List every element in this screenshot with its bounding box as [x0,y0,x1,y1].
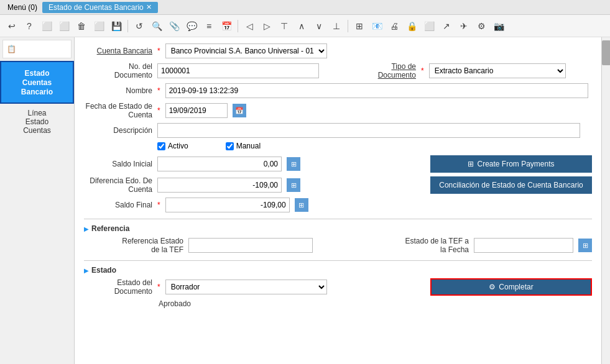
cuenta-bancaria-select[interactable]: Banco Provincial S.A. Banco Universal - … [165,43,327,58]
create-from-payments-btn[interactable]: ⊞ Create From Payments [430,155,592,173]
estado-tef-label: Estado de la TEF ala Fecha [394,237,469,254]
saldo-final-calc-btn[interactable]: ⊞ [295,198,308,212]
nombre-row: Nombre * [84,83,592,98]
fecha-required: * [157,106,160,115]
nombre-input[interactable] [165,83,588,98]
copy-btn[interactable]: ⬜ [56,18,72,34]
diferencia-row: Diferencia Edo. DeCuenta ⊞ Conciliación … [84,176,592,194]
scrollbar-thumb[interactable] [602,40,610,65]
email-btn[interactable]: 📧 [369,18,385,34]
sidebar-memo-icon[interactable]: 📋 [2,40,72,58]
doc-btn[interactable]: ⬜ [91,18,107,34]
create-payments-label: Create From Payments [477,160,554,168]
checkboxes-row: Activo Manual [84,142,592,150]
no-documento-input[interactable] [157,63,319,78]
main-layout: 📋 Estado Cuentas Bancario LíneaEstadoCue… [0,37,610,364]
next-btn[interactable]: ▷ [259,18,275,34]
estado-tef-input[interactable] [474,238,573,253]
activo-checkbox[interactable] [157,142,165,150]
camera-btn[interactable]: 📷 [491,18,507,34]
completar-btn[interactable]: ⚙ Completar [430,278,592,296]
sidebar-item-estado-cuentas[interactable]: Estado Cuentas Bancario [0,61,74,104]
fecha-calendar-btn[interactable]: 📅 [233,104,246,117]
fecha-row: Fecha de Estado deCuenta * 📅 [84,102,592,119]
refresh-btn[interactable]: ↺ [131,18,147,34]
saldo-final-input[interactable] [165,198,290,212]
aprobado-label: Aprobado [159,299,191,308]
saldo-inicial-row: Saldo Inicial ⊞ ⊞ Create From Payments [84,155,592,173]
referencia-estado-label: Referencia Estadode la TEF [84,237,183,254]
print-btn[interactable]: 🖨 [386,18,402,34]
saldo-inicial-calc-btn[interactable]: ⊞ [287,157,300,171]
help-btn[interactable]: ? [21,18,37,34]
tipo-documento-select[interactable]: Extracto Bancario [429,63,566,78]
tab-close-icon[interactable]: ✕ [146,3,152,11]
grid-btn[interactable]: ⊞ [351,18,367,34]
saldo-final-label: Saldo Final [84,201,152,209]
chat-btn[interactable]: 💬 [183,18,200,34]
down-btn[interactable]: ∨ [311,18,327,34]
aprobado-row: Aprobado [84,299,592,308]
prev-btn[interactable]: ◁ [241,18,257,34]
toolbar: ↩ ? ⬜ ⬜ 🗑 ⬜ 💾 ↺ 🔍 📎 💬 ≡ 📅 ◁ ▷ ⊤ ∧ ∨ ⊥ ⊞ … [0,15,610,37]
fecha-input[interactable] [165,103,228,118]
diferencia-label: Diferencia Edo. DeCuenta [84,176,152,194]
completar-gear-icon: ⚙ [489,283,496,291]
diferencia-calc-btn[interactable]: ⊞ [287,178,300,192]
tipo-documento-label: Tipo deDocumento [366,62,416,80]
diferencia-input[interactable] [157,178,282,193]
tipo-documento-required: * [421,66,424,75]
separator-1 [127,20,128,32]
referencia-triangle-icon: ▶ [84,225,89,232]
sidebar-linea-label: LíneaEstadoCuentas [23,109,51,135]
referencia-estado-input[interactable] [188,238,313,253]
fecha-label: Fecha de Estado deCuenta [84,102,152,119]
estado-required: * [157,283,160,291]
estado-title: Estado [91,266,116,275]
send-btn[interactable]: ✈ [456,18,472,34]
conciliacion-btn[interactable]: Conciliación de Estado de Cuenta Bancari… [430,176,592,194]
lock-btn[interactable]: 🔒 [404,18,420,34]
first-btn[interactable]: ⊤ [276,18,292,34]
descripcion-input[interactable] [157,123,580,138]
settings-btn[interactable]: ⚙ [473,18,489,34]
save-btn[interactable]: 💾 [108,18,124,34]
memo-icon: 📋 [7,45,16,53]
estado-documento-row: Estado delDocumento * Borrador ⚙ Complet… [84,278,592,296]
estado-tef-calc-btn[interactable]: ⊞ [578,239,592,252]
cuenta-bancaria-row: Cuenta Bancaria * Banco Provincial S.A. … [84,43,592,58]
separator-3 [348,20,348,32]
active-tab[interactable]: Estado de Cuentas Bancario ✕ [42,2,158,13]
last-btn[interactable]: ⊥ [328,18,344,34]
up-btn[interactable]: ∧ [293,18,310,34]
documento-row: No. delDocumento Tipo deDocumento * Extr… [84,62,592,80]
manual-checkbox-group: Manual [226,142,261,150]
link-btn[interactable]: ↗ [438,18,455,34]
completar-label: Completar [499,283,533,291]
section-estado-header: ▶ Estado [84,260,592,275]
referencia-title: Referencia [91,224,129,233]
back-btn[interactable]: ↩ [4,18,20,34]
delete-btn[interactable]: 🗑 [73,18,90,34]
new-btn[interactable]: ⬜ [39,18,55,34]
estado-documento-label: Estado delDocumento [84,278,152,296]
box-btn[interactable]: ⬜ [421,18,437,34]
activo-checkbox-group: Activo [157,142,188,150]
descripcion-row: Descripción [84,123,592,138]
sidebar: 📋 Estado Cuentas Bancario LíneaEstadoCue… [0,37,75,364]
estado-documento-select[interactable]: Borrador [165,280,327,294]
scrollbar[interactable] [601,37,610,364]
search-btn[interactable]: 🔍 [149,18,165,34]
saldo-inicial-input[interactable] [157,157,282,171]
list-btn[interactable]: ≡ [201,18,217,34]
saldo-final-row: Saldo Final * ⊞ [84,198,592,212]
menu-label[interactable]: Menú (0) [2,2,42,13]
calendar-btn[interactable]: 📅 [218,18,234,34]
cuenta-bancaria-label: Cuenta Bancaria [84,47,152,55]
cuenta-bancaria-required: * [157,47,160,55]
attach-btn[interactable]: 📎 [166,18,182,34]
sidebar-item-linea-estado[interactable]: LíneaEstadoCuentas [0,104,74,140]
saldo-final-required: * [157,201,160,209]
manual-checkbox[interactable] [226,142,234,150]
section-referencia-header: ▶ Referencia [84,219,592,233]
